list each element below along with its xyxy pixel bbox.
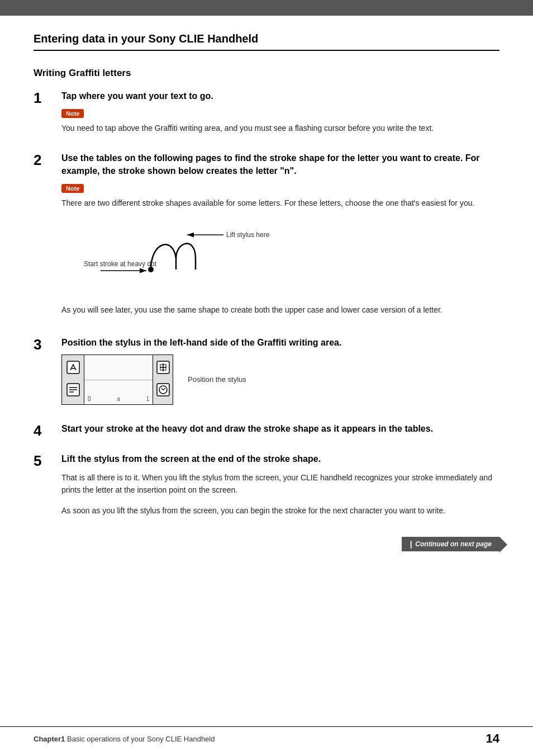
device-icon-right-bottom [156,382,170,399]
footer-page-number: 14 [486,731,499,746]
step-5-text: Lift the stylus from the screen at the e… [61,453,499,465]
step-2-paragraph: As you will see later, you use the same … [61,304,499,316]
step-number-1: 1 [34,90,56,106]
page-title: Entering data in your Sony CLIE Handheld [34,32,499,51]
stroke-svg: Lift stylus here Start stroke at heavy d… [84,219,274,292]
device-icon-right-top [156,360,170,376]
continued-box: | Continued on next page [402,537,499,551]
step-1-content: Tap where you want your text to go. Note… [61,90,499,140]
device-icon-top [66,360,80,376]
continued-label: Continued on next page [415,540,492,548]
top-bar [0,0,533,16]
stroke-diagram: Lift stylus here Start stroke at heavy d… [84,219,499,294]
step-5-paragraph2: As soon as you lift the stylus from the … [61,504,499,517]
step-5-content: Lift the stylus from the screen at the e… [61,453,499,525]
device-right-panel [153,355,173,404]
svg-rect-7 [67,361,79,374]
svg-text:Lift stylus here: Lift stylus here [226,231,270,239]
step-number-4: 4 [34,423,56,439]
step-5-paragraph: That is all there is to it. When you lif… [61,471,499,497]
step-3-text: Position the stylus in the left-hand sid… [61,337,499,349]
device-dot-row: 0a1 [88,396,149,402]
continued-arrow [499,537,507,552]
step-4-text: Start your stroke at the heavy dot and d… [61,423,499,435]
step-number-3: 3 [34,337,56,353]
step-1-note-text: You need to tap above the Graffiti writi… [61,122,499,134]
device-left-panel [62,355,84,404]
section-title: Writing Graffiti letters [34,68,499,79]
step-3: 3 Position the stylus in the left-hand s… [34,337,499,410]
bar-icon: | [410,540,412,549]
footer-chapter-bold: Chapter1 [34,735,65,743]
device-box: 0a1 [61,355,173,405]
step-2: 2 Use the tables on the following pages … [34,152,499,324]
step-1-text: Tap where you want your text to go. [61,90,499,102]
device-center: 0a1 [84,355,153,404]
step-4: 4 Start your stroke at the heavy dot and… [34,423,499,441]
footer-chapter-text: Basic operations of your Sony CLIE Handh… [65,735,215,743]
device-diagram: 0a1 [61,355,499,405]
step-5: 5 Lift the stylus from the screen at the… [34,453,499,525]
step-2-note-badge: Note [61,184,84,193]
continued-banner: | Continued on next page [34,537,499,551]
device-center-line [84,380,153,380]
step-1-note-badge: Note [61,109,84,118]
step-2-note-text: There are two different stroke shapes av… [61,197,499,209]
step-4-content: Start your stroke at the heavy dot and d… [61,423,499,441]
step-3-content: Position the stylus in the left-hand sid… [61,337,499,410]
device-icon-bottom [66,382,80,399]
position-label: Position the stylus [188,375,246,384]
step-2-content: Use the tables on the following pages to… [61,152,499,324]
step-number-2: 2 [34,152,56,168]
continued-wrapper: | Continued on next page [402,537,499,551]
page-footer: Chapter1 Basic operations of your Sony C… [0,726,533,746]
footer-chapter: Chapter1 Basic operations of your Sony C… [34,735,215,743]
step-number-5: 5 [34,453,56,469]
step-2-text: Use the tables on the following pages to… [61,152,499,177]
step-1: 1 Tap where you want your text to go. No… [34,90,499,140]
svg-text:Start stroke at heavy dot: Start stroke at heavy dot [84,260,157,268]
